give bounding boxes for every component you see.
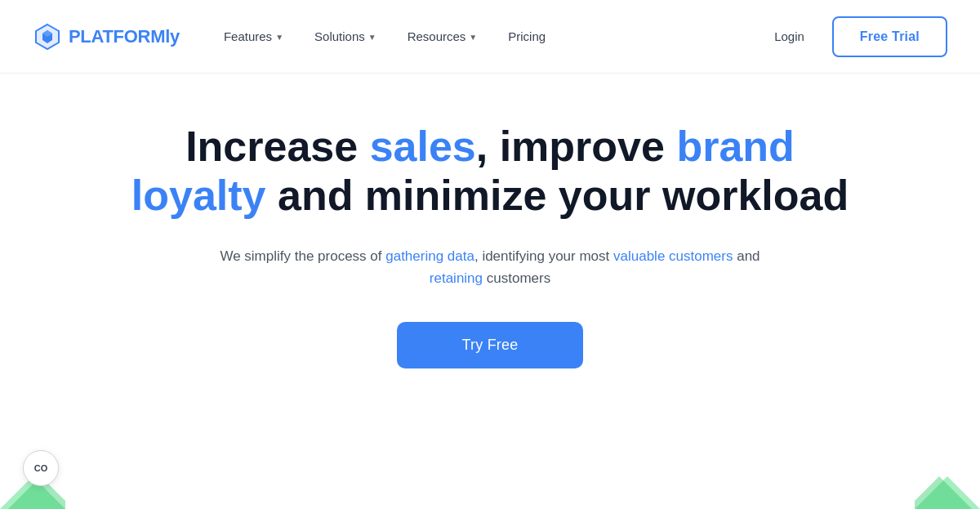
chat-bubble[interactable]: CO xyxy=(23,450,59,486)
solutions-chevron-icon: ▼ xyxy=(368,33,376,42)
features-label: Features xyxy=(224,29,272,43)
login-label: Login xyxy=(774,29,804,43)
nav-left: PLATFORMly Features ▼ Solutions ▼ Resour… xyxy=(33,22,557,51)
hero-subtext: We simplify the process of gathering dat… xyxy=(212,245,768,289)
subtext-part1: We simplify the process of xyxy=(220,248,385,264)
nav-features[interactable]: Features ▼ xyxy=(212,23,295,50)
hero-section: Increase sales, improve brand loyalty an… xyxy=(0,74,980,401)
nav-resources[interactable]: Resources ▼ xyxy=(396,23,489,50)
navbar: PLATFORMly Features ▼ Solutions ▼ Resour… xyxy=(0,0,980,74)
headline-part2: , improve xyxy=(476,123,677,170)
subtext-part3: and xyxy=(733,248,760,264)
subtext-link2: valuable customers xyxy=(613,248,733,264)
resources-label: Resources xyxy=(408,29,466,43)
logo[interactable]: PLATFORMly xyxy=(33,22,180,51)
deco-bottom-right xyxy=(915,444,980,509)
headline-highlight1: sales xyxy=(370,123,476,170)
subtext-link3: retaining xyxy=(430,270,483,286)
free-trial-button[interactable]: Free Trial xyxy=(832,16,947,57)
hero-headline: Increase sales, improve brand loyalty an… xyxy=(122,123,858,221)
subtext-link1: gathering data xyxy=(385,248,474,264)
subtext-part4: customers xyxy=(483,270,550,286)
headline-part1: Increase xyxy=(185,123,370,170)
nav-solutions[interactable]: Solutions ▼ xyxy=(303,23,388,50)
headline-part3: and minimize your workload xyxy=(266,172,849,219)
nav-pricing[interactable]: Pricing xyxy=(497,23,557,50)
login-link[interactable]: Login xyxy=(763,23,816,50)
try-free-button[interactable]: Try Free xyxy=(397,322,584,368)
subtext-part2: , identifying your most xyxy=(474,248,613,264)
nav-right: Login Free Trial xyxy=(763,16,947,57)
resources-chevron-icon: ▼ xyxy=(469,33,477,42)
logo-text: PLATFORMly xyxy=(69,26,180,47)
features-chevron-icon: ▼ xyxy=(275,33,283,42)
nav-links: Features ▼ Solutions ▼ Resources ▼ Prici… xyxy=(212,23,557,50)
platformly-logo-icon xyxy=(33,22,62,51)
solutions-label: Solutions xyxy=(314,29,365,43)
pricing-label: Pricing xyxy=(508,29,546,43)
chat-bubble-label: CO xyxy=(34,463,48,473)
